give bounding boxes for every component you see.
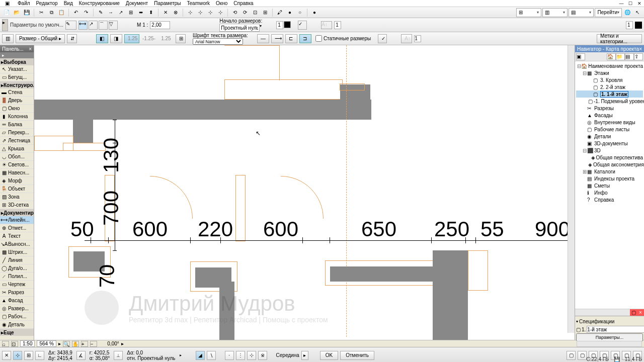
line-style-icon[interactable]: ⊐ xyxy=(299,34,311,43)
tree-axon[interactable]: ◈Общая аксонометрия xyxy=(576,161,643,168)
zoom-value[interactable]: 564 % xyxy=(37,340,56,347)
snap-icon[interactable]: ⊹ xyxy=(186,8,195,17)
cut-icon[interactable]: ✂ xyxy=(37,8,46,17)
tool-icon[interactable]: ↗ xyxy=(116,8,125,17)
tool-window[interactable]: ▢Окно xyxy=(0,105,34,113)
close-button[interactable]: ✕ xyxy=(635,0,644,7)
nav-tab-views[interactable]: 📁 xyxy=(616,53,625,60)
dim-style-elev[interactable]: ▽ xyxy=(109,21,118,30)
tree-details[interactable]: ◉Детали xyxy=(576,133,643,140)
undo-icon[interactable]: ↶ xyxy=(71,8,80,17)
open-icon[interactable]: 📂 xyxy=(12,8,21,17)
status-icon[interactable]: ⊹ xyxy=(13,351,22,360)
tool-morph[interactable]: ◈Морф xyxy=(0,177,34,185)
tool-arc[interactable]: ◯Дуга/о... xyxy=(0,264,34,273)
tool-icon[interactable]: ⊗ xyxy=(171,8,180,17)
section-document[interactable]: ▸ Документиро... xyxy=(0,209,34,216)
tree-3d[interactable]: ⊟⬛3D xyxy=(576,147,643,154)
tool-icon[interactable]: ⊞ xyxy=(126,8,135,17)
tool-detail[interactable]: ◉Деталь xyxy=(0,321,34,329)
status-icon[interactable]: ∟ xyxy=(35,351,44,360)
tool-label[interactable]: ↘AВыносн... xyxy=(0,240,34,248)
view-mode-dropdown[interactable]: ▤▾ xyxy=(569,8,594,17)
menu-editor[interactable]: Редактор xyxy=(33,1,61,6)
tree-help[interactable]: ?Справка xyxy=(576,196,643,203)
check-icon[interactable]: ✓ xyxy=(298,21,307,30)
pen-icon[interactable]: ✎ xyxy=(65,21,76,30)
tool-icon[interactable]: → xyxy=(106,8,115,17)
tree-floors[interactable]: ⊟▦Этажи xyxy=(576,69,643,76)
tool-icon[interactable]: ⬍ xyxy=(146,8,155,17)
scale-value[interactable]: 1:50 xyxy=(20,340,35,347)
drawing-canvas[interactable]: 130 700 70 50 600 220 600 650 250 55 900… xyxy=(34,45,575,340)
tool-pointer[interactable]: ↖Указат... xyxy=(0,65,34,73)
zoom-icon[interactable]: 🔍 xyxy=(63,341,70,347)
home-icon[interactable]: ⌂ xyxy=(2,341,9,347)
snap-btn[interactable]: ※ xyxy=(258,351,267,360)
status-icon[interactable]: ⟂ xyxy=(114,351,123,360)
navigator-tree[interactable]: ⊟🏠Наименование проекта ⊟▦Этажи ▢3. Кровл… xyxy=(575,61,644,309)
color-swatch[interactable] xyxy=(284,21,291,28)
globe-icon[interactable]: 🌐 xyxy=(623,8,632,17)
tool-wall[interactable]: ▬Стена xyxy=(0,88,34,97)
zoomout-icon[interactable]: − xyxy=(90,341,97,347)
num-input[interactable] xyxy=(276,21,283,29)
nav-tab-publisher[interactable]: ⇪ xyxy=(634,53,643,60)
snap-btn[interactable]: ∖ xyxy=(207,351,216,360)
close-icon[interactable]: × xyxy=(29,46,32,52)
arrow-icon[interactable]: ▸ xyxy=(0,52,34,58)
tool-icon[interactable]: ● xyxy=(310,8,319,17)
line-style-icon[interactable]: ⊏ xyxy=(285,34,297,43)
view-mode-dropdown[interactable]: ⊞▾ xyxy=(516,8,541,17)
snap-btn[interactable]: ⊹ xyxy=(247,351,256,360)
color-swatch[interactable] xyxy=(635,22,642,29)
nav-tab-map[interactable]: 🏠 xyxy=(607,53,616,60)
tool-object[interactable]: 🪑Объект xyxy=(0,185,34,193)
tool-icon[interactable]: ● xyxy=(285,8,294,17)
static-checkbox[interactable]: Статичные размеры xyxy=(315,35,371,42)
num-input[interactable] xyxy=(414,35,421,42)
tree-indexes[interactable]: ▤Индексы проекта xyxy=(576,175,643,182)
section-more[interactable]: ▸ Еще xyxy=(0,329,34,336)
dim-style-aligned[interactable]: ↗ xyxy=(89,21,98,30)
pan-icon[interactable]: ✋ xyxy=(72,341,79,347)
tool-worksheet[interactable]: ▢Рабоч... xyxy=(0,313,34,321)
num-input[interactable] xyxy=(626,21,633,29)
tool-mesh[interactable]: ⊞3D-сетка xyxy=(0,201,34,209)
chevron-right-icon[interactable]: ▸ xyxy=(301,351,308,360)
menu-window[interactable]: Окно xyxy=(213,1,230,6)
tool-section[interactable]: ✂Разрез xyxy=(0,289,34,297)
tool-icon[interactable]: ⟲ xyxy=(230,8,239,17)
menu-construct[interactable]: Конструирование xyxy=(76,1,123,6)
mode-icon[interactable]: ◧ xyxy=(96,34,108,43)
snap-icon[interactable]: ⊹ xyxy=(206,8,215,17)
snap-btn[interactable]: · xyxy=(225,351,234,360)
nav-tab[interactable]: ▣ xyxy=(576,53,585,60)
tool-icon[interactable]: ⟳ xyxy=(240,8,250,17)
scrollbar-vertical[interactable] xyxy=(568,45,575,333)
nav-tab-layouts[interactable]: ▤ xyxy=(625,53,634,60)
ok-button[interactable]: OK xyxy=(320,351,338,360)
text-style-icon[interactable]: A↕ xyxy=(401,34,412,43)
menu-help[interactable]: Справка xyxy=(230,1,256,6)
cancel-button[interactable]: Отменить xyxy=(340,351,374,360)
snap-btn[interactable]: ◢ xyxy=(196,351,205,360)
dim-style-arc[interactable]: ⌒ xyxy=(99,21,108,30)
section-select[interactable]: ▸ Выборка xyxy=(0,58,34,65)
tool-icon[interactable]: ○ xyxy=(295,8,304,17)
minimize-button[interactable]: — xyxy=(617,0,626,7)
tool-slab[interactable]: ▱Перекр... xyxy=(0,129,34,137)
menu-file[interactable]: Файл xyxy=(15,1,33,6)
tool-beam[interactable]: ═Балка xyxy=(0,121,34,129)
tool-column[interactable]: ▮Колонна xyxy=(0,113,34,121)
tool-zone[interactable]: ▨Зона xyxy=(0,193,34,201)
alert-icon[interactable]: ▢ xyxy=(630,309,637,316)
origin-input[interactable] xyxy=(219,24,260,32)
scale-input[interactable] xyxy=(150,21,170,29)
tree-floor[interactable]: ▢-1. Подземный уровень xyxy=(576,98,643,105)
tool-curtain[interactable]: ▦Навесн... xyxy=(0,169,34,177)
tool-line[interactable]: ╱Линия xyxy=(0,256,34,264)
check-icon[interactable]: ✓ xyxy=(378,34,387,43)
close-alert-icon[interactable]: × xyxy=(637,309,644,316)
copy-icon[interactable]: ⧉ xyxy=(47,8,56,17)
